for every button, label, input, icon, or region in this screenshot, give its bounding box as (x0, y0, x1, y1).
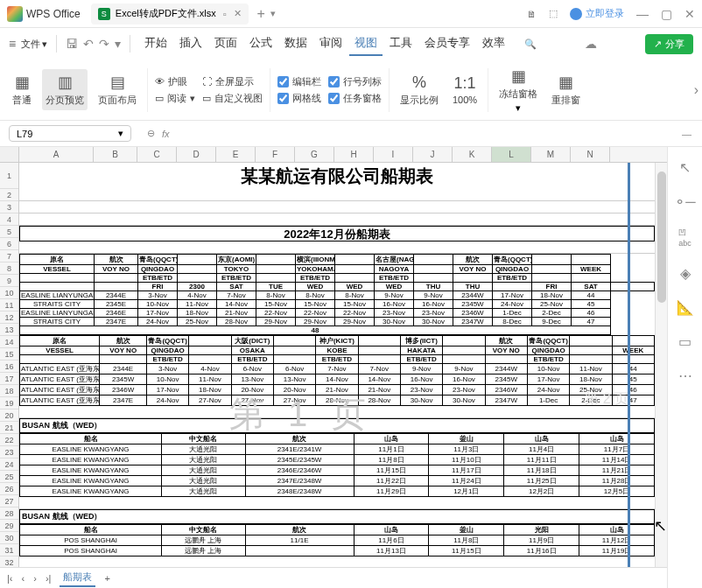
cancel-formula-icon[interactable]: ⊖ (147, 128, 155, 139)
document-tab[interactable]: S Excel转成PDF文件.xlsx ▫ ✕ (91, 4, 249, 24)
custom-view-button[interactable]: ▭自定义视图 (202, 92, 263, 105)
table-row[interactable]: EASLINE LIANYUNGANG2344E3-Nov4-Nov7-Nov8… (20, 291, 655, 300)
row-header-23[interactable]: 23 (0, 446, 18, 458)
menu-页面[interactable]: 页面 (209, 32, 242, 56)
sheet-tab[interactable]: 船期表 (60, 569, 95, 587)
read-mode-button[interactable]: ▭阅读 ▾ (155, 92, 195, 105)
row-header-24[interactable]: 24 (0, 458, 18, 471)
close-window-button[interactable]: ✕ (684, 7, 695, 21)
save-icon[interactable]: 🖫 (66, 37, 78, 51)
table-row[interactable]: ATLANTIC EAST (亚海东方)2346W17-Nov18-Nov20-… (20, 385, 655, 396)
column-header-F[interactable]: F (256, 147, 295, 162)
row-header-27[interactable]: 27 (0, 495, 18, 508)
row-header-17[interactable]: 17 (0, 373, 18, 385)
maximize-button[interactable]: ▢ (661, 7, 672, 21)
close-tab-icon[interactable]: ✕ (234, 8, 242, 19)
row-header-16[interactable]: 16 (0, 360, 18, 373)
diamond-icon[interactable]: ◈ (680, 265, 691, 282)
row-header-4[interactable]: 4 (0, 214, 18, 226)
table-row[interactable]: STRAITS CITY2345E10-Nov11-Nov14-Nov15-No… (20, 300, 655, 309)
column-header-C[interactable]: C (137, 147, 177, 162)
file-menu[interactable]: 文件 ▾ (21, 38, 47, 51)
zoom-ratio-button[interactable]: %显示比例 (397, 74, 442, 107)
document-subtitle[interactable]: 2022年12月份船期表 (19, 226, 655, 242)
menu-视图[interactable]: 视图 (349, 32, 383, 56)
row-header-7[interactable]: 7 (0, 250, 18, 262)
cursor-tool-icon[interactable]: ↖ (679, 159, 691, 176)
column-header-N[interactable]: N (571, 147, 610, 162)
row-header-8[interactable]: 8 (0, 262, 18, 275)
column-header-H[interactable]: H (334, 147, 374, 162)
table-row[interactable]: ATLANTIC EAST (亚海东方)2345W10-Nov11-Nov13-… (20, 374, 655, 385)
table-row[interactable]: EASLINE KWANGYANG大通光阳2348E/2348W11月29日12… (20, 486, 655, 497)
next-sheet-button[interactable]: › (33, 573, 37, 584)
add-sheet-button[interactable]: + (104, 573, 109, 584)
table-row[interactable]: EASLINE KWANGYANG大通光阳2347E/2348W11月22日11… (20, 476, 655, 486)
row-header-1[interactable]: 1 (0, 163, 18, 189)
row-header-21[interactable]: 21 (0, 422, 18, 434)
ribbon-next-icon[interactable]: › (694, 82, 698, 98)
prev-sheet-button[interactable]: ‹ (22, 573, 25, 584)
gridlines-checkbox[interactable]: 网格线 (277, 92, 321, 105)
ruler-icon[interactable]: 📐 (677, 299, 694, 316)
row-header-2[interactable]: 2 (0, 189, 18, 201)
undo-icon[interactable]: ↶ (83, 37, 94, 51)
note-icon[interactable]: 🗎 (527, 9, 537, 19)
table-row[interactable]: STRAITS CITY2347E24-Nov25-Nov28-Nov29-No… (20, 318, 655, 326)
table-row[interactable]: ATLANTIC EAST (亚海东方)2347E24-Nov27-Nov27-… (20, 396, 655, 406)
menu-会员专享[interactable]: 会员专享 (419, 32, 475, 56)
sheet-body[interactable]: 1234567891011121314151617181920212223242… (0, 163, 667, 567)
row-header-20[interactable]: 20 (0, 410, 18, 422)
scrollbar-thumb[interactable] (657, 172, 666, 303)
menu-开始[interactable]: 开始 (139, 32, 172, 56)
row-header-13[interactable]: 13 (0, 324, 18, 336)
search-icon[interactable]: 🔍 (524, 38, 537, 50)
rearrange-button[interactable]: ▦重排窗 (548, 73, 584, 107)
column-header-E[interactable]: E (216, 147, 256, 162)
table-row[interactable]: POS SHANGHAI远鹏舟 上海11月13日11月15日11月16日11月1… (20, 546, 655, 556)
table-row[interactable]: EASLINE KWANGYANG大通光阳2345E/2345W11月8日11月… (20, 455, 655, 466)
column-header-L[interactable]: L (492, 147, 531, 162)
flow-icon[interactable]: ⚬─ (674, 193, 695, 210)
row-header-32[interactable]: 32 (0, 556, 18, 567)
chevron-down-icon[interactable]: ▾ (118, 128, 123, 139)
page-break-right[interactable] (628, 163, 630, 567)
cloud-icon[interactable]: ☁ (585, 37, 597, 51)
view-page-layout-button[interactable]: ▤页面布局 (95, 73, 140, 107)
collapse-formula-icon[interactable]: ― (671, 129, 702, 139)
fullscreen-button[interactable]: ⛶全屏显示 (202, 75, 263, 88)
table-row[interactable]: EASLINE KWANGYANG大通光阳2346E/2346W11月15日11… (20, 466, 655, 476)
fx-icon[interactable]: fx (162, 129, 170, 139)
menu-效率[interactable]: 效率 (477, 32, 510, 56)
schedule-table[interactable]: 原名航次青岛(QQCT)大阪(DICT)神户(KICT)博多(IICT)航次青岛… (19, 335, 655, 406)
column-header-I[interactable]: I (374, 147, 413, 162)
row-header-11[interactable]: 11 (0, 299, 18, 312)
task-pane-checkbox[interactable]: 任务窗格 (328, 92, 382, 105)
bookmark-icon[interactable]: ▭ (678, 333, 691, 350)
schedule-table[interactable]: 原名航次青岛(QQCT)东京(AOMI)横滨(IIIONMOKU-BC)名古屋(… (19, 254, 655, 335)
eye-protect-toggle[interactable]: 👁护眼 (155, 75, 195, 88)
row-header-6[interactable]: 6 (0, 238, 18, 250)
row-header-3[interactable]: 3 (0, 201, 18, 214)
view-normal-button[interactable]: ▦普通 (9, 73, 35, 107)
zoom-100-button[interactable]: 1:1100% (449, 74, 481, 105)
row-header-22[interactable]: 22 (0, 434, 18, 446)
grid[interactable]: 第 1 页 第 2 页 某某航运有限公司船期表 2022年12月份船期表 原名航… (19, 163, 655, 567)
view-page-preview-button[interactable]: ▥分页预览 (42, 69, 88, 110)
last-sheet-button[interactable]: ›| (46, 573, 52, 584)
first-sheet-button[interactable]: |‹ (7, 573, 13, 584)
vertical-scrollbar[interactable] (655, 163, 667, 567)
column-header-J[interactable]: J (413, 147, 453, 162)
table-row[interactable]: EASLINE LIANYUNGANG2346E17-Nov18-Nov21-N… (20, 309, 655, 318)
row-header-25[interactable]: 25 (0, 471, 18, 483)
schedule-table[interactable]: 船名中文船名航次山岛釜山光阳山岛POS SHANGHAI远鹏舟 上海11/1E1… (19, 524, 655, 556)
table-row[interactable]: POS SHANGHAI远鹏舟 上海11/1E11月6日11月8日11月9日11… (20, 536, 655, 546)
row-col-label-checkbox[interactable]: 行号列标 (328, 75, 382, 88)
schedule-table[interactable]: 船名中文船名航次山岛釜山山岛山岛EASLINE KWANGYANG大通光阳234… (19, 433, 655, 497)
select-all-corner[interactable] (0, 147, 19, 162)
row-header-12[interactable]: 12 (0, 312, 18, 324)
menu-工具[interactable]: 工具 (384, 32, 418, 56)
column-header-B[interactable]: B (94, 147, 137, 162)
edit-bar-checkbox[interactable]: 编辑栏 (277, 75, 321, 88)
more-icon[interactable]: ▾ (115, 37, 121, 51)
